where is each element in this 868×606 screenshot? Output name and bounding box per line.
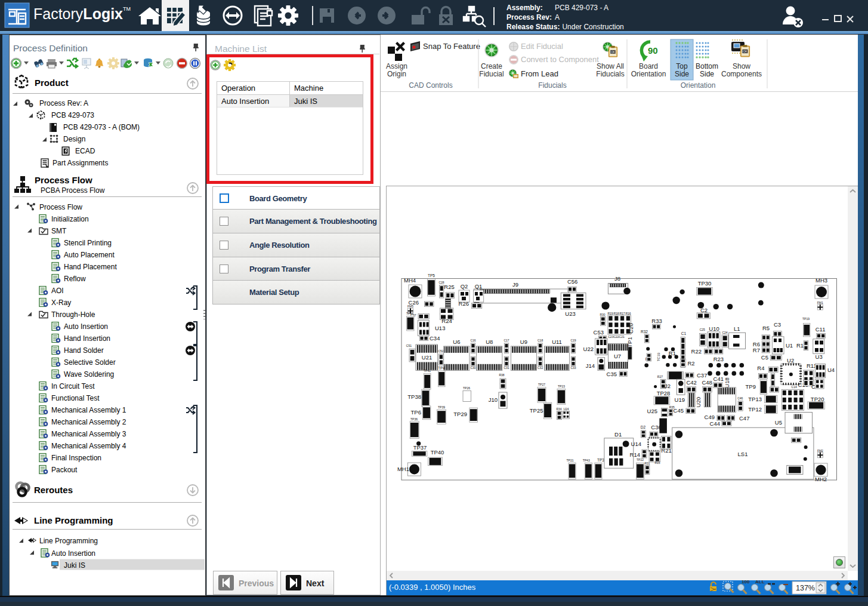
svg-text:Components: Components [721,70,762,78]
svg-text:TP22: TP22 [637,458,644,462]
svg-text:Side: Side [700,70,714,78]
svg-text:TC33: TC33 [657,352,660,361]
svg-text:J10: J10 [489,396,498,403]
svg-text:C48: C48 [702,379,712,386]
svg-text:U24: U24 [563,407,569,411]
svg-text:TP21: TP21 [567,459,574,462]
svg-text:R22: R22 [691,348,702,355]
svg-text:C44: C44 [710,420,720,427]
svg-text:C1: C1 [681,331,687,336]
svg-text:TP12: TP12 [748,406,762,413]
svg-text:C17: C17 [503,339,509,342]
svg-text:Assign: Assign [386,62,407,70]
svg-text:TP20: TP20 [811,396,824,402]
svg-text:C41: C41 [713,376,724,382]
svg-text:D2: D2 [641,425,646,429]
svg-text:U14: U14 [631,441,641,447]
svg-text:C49: C49 [705,414,715,420]
svg-text:TP5: TP5 [428,273,435,278]
svg-text:Top: Top [676,62,688,70]
svg-text:R32: R32 [641,330,648,334]
svg-text:MH1: MH1 [397,466,409,472]
svg-text:U25: U25 [647,408,657,414]
svg-text:Q1: Q1 [475,283,483,290]
svg-text:U19: U19 [675,396,685,403]
svg-text:C53: C53 [594,329,604,336]
svg-text:C45: C45 [674,407,684,414]
svg-text:R18: R18 [613,312,619,315]
svg-text:TP29: TP29 [453,411,467,417]
svg-text:TP41: TP41 [424,369,431,373]
svg-text:TP4: TP4 [438,366,445,370]
svg-text:R17: R17 [619,312,625,315]
svg-text:TP36: TP36 [410,417,418,421]
svg-text:U4: U4 [827,367,835,373]
svg-text:J2: J2 [665,383,671,389]
svg-text:TP23: TP23 [558,384,565,388]
svg-text:R34: R34 [556,407,561,411]
svg-text:R23: R23 [713,356,724,362]
svg-text:ALL: ALL [755,580,765,585]
svg-text:TP27: TP27 [538,383,545,386]
svg-text:Bottom: Bottom [696,62,718,70]
svg-text:TP9: TP9 [746,383,756,390]
svg-text:C30: C30 [470,366,475,370]
svg-text:TP1: TP1 [626,337,633,347]
svg-text:R15: R15 [654,461,660,465]
svg-text:137%: 137% [796,584,815,592]
svg-text:U3: U3 [816,353,823,360]
svg-text:U18: U18 [724,377,730,387]
svg-text:J9: J9 [512,281,518,288]
svg-text:U5: U5 [775,419,782,426]
svg-text:U13: U13 [435,325,445,331]
svg-text:C32: C32 [538,366,543,370]
svg-text:C24: C24 [722,331,727,334]
svg-text:R33: R33 [651,318,662,324]
svg-text:D1: D1 [614,431,622,438]
svg-text:C51: C51 [406,344,412,347]
svg-text:U2: U2 [787,357,794,364]
svg-text:TP26: TP26 [463,386,470,390]
svg-text:CAD Controls: CAD Controls [409,81,452,90]
svg-text:U9: U9 [520,339,527,345]
svg-text:C20: C20 [628,323,634,333]
svg-text:FM1: FM1 [817,301,823,304]
svg-text:TP28: TP28 [657,390,671,396]
svg-text:U10: U10 [709,325,719,332]
svg-text:C23C22C21: C23C22C21 [608,335,625,339]
svg-text:R2: R2 [687,360,694,367]
svg-text:Show All: Show All [597,62,624,70]
svg-text:Create: Create [481,62,502,70]
svg-text:MH3: MH3 [816,277,827,284]
svg-text:R25: R25 [444,284,454,290]
svg-text:R35: R35 [669,405,675,409]
svg-text:Orientation: Orientation [631,70,666,78]
svg-text:U22: U22 [583,346,594,352]
svg-text:R16: R16 [625,312,631,315]
svg-text:U8: U8 [486,339,493,345]
svg-text:C14: C14 [792,385,797,389]
svg-text:U23: U23 [565,310,575,317]
svg-text:100: 100 [742,580,750,585]
svg-text:TP31: TP31 [406,312,413,315]
svg-text:C35: C35 [607,371,617,377]
svg-text:TP6: TP6 [411,409,421,416]
svg-text:R26: R26 [459,300,469,307]
svg-text:R30: R30 [600,313,605,316]
svg-text:C3: C3 [774,321,781,328]
svg-text:TP13: TP13 [748,396,762,402]
svg-text:C37: C37 [697,372,707,379]
svg-text:Snap To Feature: Snap To Feature [423,42,480,51]
svg-text:C16: C16 [470,339,475,342]
svg-text:C47: C47 [739,415,749,422]
svg-text:J8: J8 [614,275,620,282]
svg-text:C26: C26 [409,299,419,306]
svg-text:TP25: TP25 [530,407,543,414]
svg-text:Edit Fiducial: Edit Fiducial [521,42,563,51]
svg-text:U7: U7 [614,353,621,359]
svg-text:TP30: TP30 [698,280,712,287]
svg-text:TP: TP [771,376,774,379]
svg-text:From Lead: From Lead [521,69,558,78]
svg-text:C5: C5 [761,354,768,361]
svg-text:Origin: Origin [387,70,406,78]
